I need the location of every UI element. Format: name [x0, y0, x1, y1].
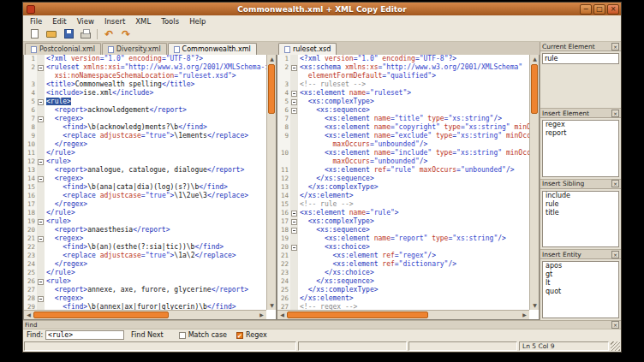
code-line[interactable]: 6 <xs:sequence>	[277, 106, 529, 115]
list-item-quot[interactable]: quot	[543, 288, 618, 296]
code-line[interactable]: 11 <xs:element ref="rule" maxOccurs="unb…	[277, 166, 529, 175]
fold-toggle-icon[interactable]	[291, 99, 297, 105]
match-case-checkbox[interactable]	[179, 332, 186, 339]
code-line[interactable]: 27<!-- regex -->	[277, 303, 529, 310]
fold-toggle-icon[interactable]	[38, 176, 44, 182]
find-input[interactable]	[45, 330, 124, 340]
code-line[interactable]: 3<!-- ruleset -->	[277, 80, 529, 89]
fold-toggle-icon[interactable]	[38, 236, 44, 242]
code-line[interactable]: 4<xs:element name="ruleset">	[277, 89, 529, 98]
code-line[interactable]: 2<ruleset xmlns:xsi="http://www.w3.org/2…	[24, 63, 266, 72]
code-line[interactable]: 24 </regex>	[24, 260, 266, 269]
fold-toggle-icon[interactable]	[38, 99, 44, 105]
fold-toggle-icon[interactable]	[291, 228, 297, 234]
panel-close-icon[interactable]: ×	[611, 251, 619, 258]
scroll-up-icon[interactable]: ▲	[530, 55, 540, 63]
panel-close-icon[interactable]: ×	[611, 110, 619, 117]
code-line[interactable]: maxOccurs="unbounded"/>	[277, 157, 529, 166]
code-line[interactable]: 27 <report>annexe, axe, furore, glycerin…	[24, 286, 266, 294]
code-line[interactable]: 22 <xs:element ref="dictionary"/>	[277, 260, 529, 269]
menu-item-help[interactable]: Help	[184, 15, 211, 27]
code-line[interactable]: 16 <replace adjustcase="true">\1\2ue\3</…	[24, 192, 266, 200]
panel-close-icon[interactable]: ×	[611, 180, 619, 187]
menu-item-file[interactable]: File	[25, 15, 47, 27]
code-line[interactable]: 25</rule>	[24, 269, 266, 277]
fold-toggle-icon[interactable]	[38, 219, 44, 225]
new-button[interactable]	[26, 27, 43, 41]
fold-toggle-icon[interactable]	[291, 108, 297, 114]
menu-item-xml[interactable]: XML	[130, 15, 156, 27]
list-item-report[interactable]: report	[543, 129, 618, 138]
code-line[interactable]: 17 </regex>	[24, 200, 266, 209]
code-line[interactable]: 6 <report>acknowledgement</report>	[24, 106, 266, 115]
scroll-down-icon[interactable]: ▼	[267, 301, 277, 310]
maximize-button[interactable]: □	[593, 4, 605, 15]
code-line[interactable]: 16<xs:element name="rule">	[277, 209, 529, 217]
fold-toggle-icon[interactable]	[38, 65, 44, 71]
scroll-thumb[interactable]	[268, 64, 275, 114]
code-line[interactable]: 1<?xml version="1.0" encoding="UTF-8"?>	[277, 55, 529, 63]
code-line[interactable]: 5 <xs:complexType>	[277, 98, 529, 106]
code-line[interactable]: 19 <xs:element name="report" type="xs:st…	[277, 234, 529, 243]
scroll-right-icon[interactable]: ▶	[257, 311, 266, 319]
fold-toggle-icon[interactable]	[291, 91, 297, 97]
left-code-area[interactable]: 1<?xml version="1.0" encoding="UTF-8"?>2…	[24, 55, 266, 310]
code-line[interactable]: 13 </xs:complexType>	[277, 183, 529, 192]
code-line[interactable]: 1<?xml version="1.0" encoding="UTF-8"?>	[24, 55, 266, 63]
code-line[interactable]: 21 <xs:element ref="regex"/>	[277, 252, 529, 260]
code-line[interactable]: 15 <find>\b(ana|cata|dia)(log)(s?)\b</fi…	[24, 183, 266, 192]
code-line[interactable]: 22 <find>\b(an)(esthe(?:sia|tic))\b</fin…	[24, 243, 266, 252]
scroll-thumb[interactable]	[531, 64, 538, 114]
code-line[interactable]: maxOccurs="unbounded"/>	[277, 140, 529, 149]
code-line[interactable]: 2<xs:schema xmlns:xs="http://www.w3.org/…	[277, 63, 529, 72]
code-line[interactable]: 10 <xs:element name="include" type="xs:s…	[277, 149, 529, 157]
code-line[interactable]: 23 <replace adjustcase="true">\1a\2</rep…	[24, 252, 266, 260]
scroll-thumb[interactable]	[287, 312, 428, 318]
close-button[interactable]: ×	[607, 4, 619, 15]
menu-item-edit[interactable]: Edit	[47, 15, 71, 27]
right-editor[interactable]: 1<?xml version="1.0" encoding="UTF-8"?>2…	[277, 55, 540, 320]
titlebar[interactable]: Commonwealth.xml + XML Copy Editor − □ ×	[23, 3, 621, 15]
list-item-rule[interactable]: rule	[543, 200, 618, 209]
right-vertical-scrollbar[interactable]: ▲ ▼	[529, 55, 539, 310]
undo-button[interactable]: ↶	[100, 27, 117, 41]
fold-toggle-icon[interactable]	[291, 245, 297, 251]
scroll-up-icon[interactable]: ▲	[267, 55, 277, 63]
code-line[interactable]: 18</rule>	[24, 209, 266, 217]
code-line[interactable]: 14</xs:element>	[277, 192, 529, 200]
menu-item-view[interactable]: View	[72, 15, 99, 27]
code-line[interactable]: xsi:noNamespaceSchemaLocation="ruleset.x…	[24, 72, 266, 80]
save-button[interactable]	[60, 27, 77, 41]
code-line[interactable]: 9 <replace adjustcase="true">\1ements</r…	[24, 132, 266, 140]
right-code-area[interactable]: 1<?xml version="1.0" encoding="UTF-8"?>2…	[277, 55, 529, 310]
code-line[interactable]: 28 <regex>	[24, 294, 266, 303]
find-next-button[interactable]: Find Next	[131, 331, 164, 339]
code-line[interactable]: 5<rule>	[24, 98, 266, 106]
list-item-regex[interactable]: regex	[543, 121, 618, 129]
tab-diversity-xml[interactable]: Diversity.xml	[102, 43, 167, 55]
code-line[interactable]: 20 <xs:choice>	[277, 243, 529, 252]
fold-toggle-icon[interactable]	[38, 279, 44, 285]
left-horizontal-scrollbar[interactable]: ◀ ▶	[24, 310, 266, 319]
code-line[interactable]: 12<rule>	[24, 157, 266, 166]
fold-toggle-icon[interactable]	[291, 219, 297, 225]
right-horizontal-scrollbar[interactable]: ◀ ▶	[277, 310, 529, 319]
scroll-thumb[interactable]	[33, 312, 169, 318]
code-line[interactable]: 12 </xs:sequence>	[277, 175, 529, 183]
fold-toggle-icon[interactable]	[38, 116, 44, 122]
code-line[interactable]: 8 <find>\b(acknowledg)ments?\b</find>	[24, 123, 266, 132]
code-line[interactable]: 26<rule>	[24, 277, 266, 286]
regex-checkbox[interactable]: ✔	[236, 332, 243, 339]
code-line[interactable]: 25 </xs:complexType>	[277, 286, 529, 294]
code-line[interactable]: elementFormDefault="qualified">	[277, 72, 529, 80]
code-line[interactable]: 11</rule>	[24, 149, 266, 157]
code-line[interactable]: 17 <xs:complexType>	[277, 217, 529, 226]
code-line[interactable]: 23 </xs:choice>	[277, 269, 529, 277]
open-button[interactable]	[43, 27, 60, 41]
menu-item-tools[interactable]: Tools	[156, 15, 184, 27]
code-line[interactable]: 8 <xs:element name="copyright" type="xs:…	[277, 123, 529, 132]
fold-toggle-icon[interactable]	[38, 159, 44, 165]
panel-close-icon[interactable]: ×	[611, 43, 619, 50]
code-line[interactable]: 9 <xs:element name="exclude" type="xs:st…	[277, 132, 529, 140]
fold-toggle-icon[interactable]	[291, 211, 297, 217]
